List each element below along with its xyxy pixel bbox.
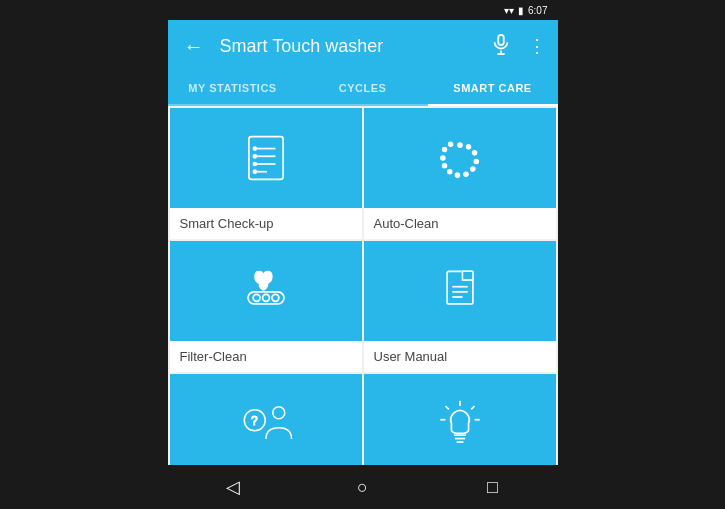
svg-line-40	[445, 406, 448, 409]
auto-clean-icon-area	[364, 108, 556, 208]
svg-point-22	[442, 147, 446, 151]
lightbulb-icon	[430, 394, 490, 454]
svg-text:?: ?	[251, 414, 258, 428]
svg-point-25	[253, 294, 260, 301]
person-question-icon: ?	[236, 394, 296, 454]
svg-point-20	[442, 164, 446, 168]
tabs-bar: MY STATISTICS CYCLES SMART CARE	[168, 72, 558, 106]
nav-bar: ◁ ○ □	[168, 465, 558, 509]
svg-point-5	[253, 147, 256, 150]
user-manual-icon-area	[364, 241, 556, 341]
svg-point-13	[466, 145, 470, 149]
help-card[interactable]: ?	[170, 374, 362, 465]
checklist-icon	[236, 128, 296, 188]
status-icons: ▾▾ ▮ 6:07	[504, 5, 547, 16]
user-manual-card[interactable]: User Manual	[364, 241, 556, 372]
svg-point-9	[253, 162, 256, 165]
help-icon-area: ?	[170, 374, 362, 465]
wifi-icon: ▾▾	[504, 5, 514, 16]
filter-clean-label: Filter-Clean	[170, 341, 362, 372]
svg-point-16	[470, 167, 474, 171]
header: ← Smart Touch washer ⋮	[168, 20, 558, 72]
auto-clean-card[interactable]: Auto-Clean	[364, 108, 556, 239]
svg-point-19	[447, 170, 451, 174]
smart-care-grid: Smart Check-up	[168, 106, 558, 465]
recent-nav-button[interactable]: □	[473, 467, 513, 507]
filter-clean-icon-area	[170, 241, 362, 341]
svg-point-21	[440, 156, 444, 160]
filter-icon	[236, 261, 296, 321]
smart-checkup-card[interactable]: Smart Check-up	[170, 108, 362, 239]
lightbulb-icon-area	[364, 374, 556, 465]
smart-checkup-label: Smart Check-up	[170, 208, 362, 239]
svg-point-36	[272, 407, 284, 419]
back-button[interactable]: ←	[180, 35, 208, 58]
svg-point-15	[474, 159, 478, 163]
battery-icon: ▮	[518, 5, 524, 16]
svg-point-17	[463, 172, 467, 176]
svg-point-7	[253, 155, 256, 158]
status-bar: ▾▾ ▮ 6:07	[168, 0, 558, 20]
status-time: 6:07	[528, 5, 547, 16]
svg-point-11	[253, 170, 256, 173]
lightbulb-card[interactable]	[364, 374, 556, 465]
svg-point-23	[448, 142, 452, 146]
dots-fan-icon	[430, 128, 490, 188]
document-icon	[430, 261, 490, 321]
filter-clean-card[interactable]: Filter-Clean	[170, 241, 362, 372]
tab-smart-care[interactable]: SMART CARE	[428, 72, 558, 104]
back-nav-button[interactable]: ◁	[213, 467, 253, 507]
header-actions: ⋮	[490, 33, 546, 60]
svg-rect-0	[498, 34, 504, 44]
smart-checkup-icon-area	[170, 108, 362, 208]
page-title: Smart Touch washer	[220, 36, 478, 57]
user-manual-label: User Manual	[364, 341, 556, 372]
microphone-button[interactable]	[490, 33, 512, 60]
tab-my-statistics[interactable]: MY STATISTICS	[168, 72, 298, 104]
home-nav-button[interactable]: ○	[343, 467, 383, 507]
svg-point-26	[262, 294, 269, 301]
svg-point-27	[272, 294, 279, 301]
auto-clean-label: Auto-Clean	[364, 208, 556, 239]
svg-point-14	[472, 151, 476, 155]
svg-point-18	[455, 173, 459, 177]
more-options-button[interactable]: ⋮	[528, 35, 546, 57]
svg-line-38	[471, 406, 474, 409]
tab-cycles[interactable]: CYCLES	[298, 72, 428, 104]
phone-frame: ▾▾ ▮ 6:07 ← Smart Touch washer ⋮ MY STAT…	[168, 0, 558, 509]
svg-point-12	[457, 143, 461, 147]
svg-rect-30	[462, 271, 472, 280]
